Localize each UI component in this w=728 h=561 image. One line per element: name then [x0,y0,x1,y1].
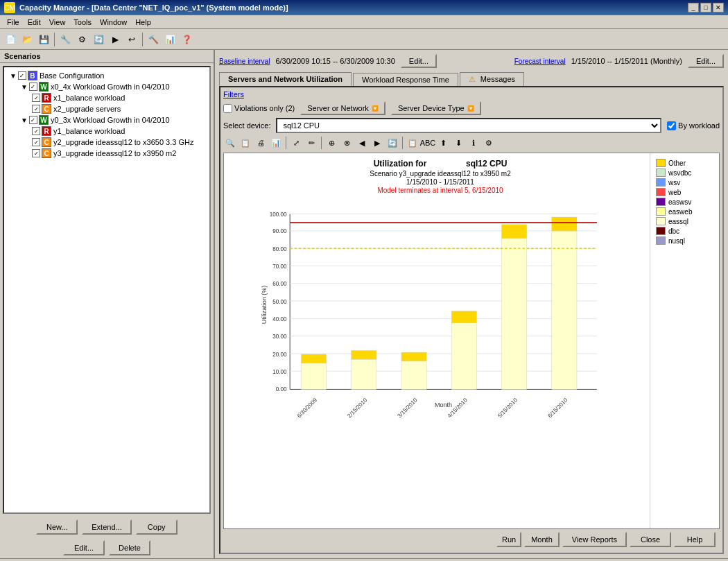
legend-label-wsvdbc: wsvdbc [668,169,691,177]
toolbar-btn3[interactable]: ⚙ [74,32,89,47]
chart-main: Utilization for sql12 CPU Scenario y3_up… [224,153,650,528]
cb-x2[interactable] [32,105,40,113]
minimize-button[interactable]: _ [688,3,699,12]
chart-tb-import[interactable]: ⬇ [451,136,465,150]
menu-bar: File Edit View Tools Window Help [0,15,728,29]
main-toolbar: 📄 📂 💾 🔧 ⚙ 🔄 ▶ ↩ 🔨 📊 ❓ [0,29,728,50]
delete-button[interactable]: Delete [109,540,150,555]
toolbar-new[interactable]: 📄 [3,32,18,47]
chart-tb-fwd[interactable]: ▶ [370,136,384,150]
copy-button[interactable]: Copy [136,519,177,535]
chart-tb-refresh[interactable]: 🔄 [385,136,399,150]
chart-tb-zoom[interactable]: 🔍 [223,136,237,150]
cb-y0[interactable] [29,116,37,124]
toolbar-btn5[interactable]: ▶ [107,32,123,47]
chart-tb-export[interactable]: ⬆ [436,136,450,150]
help-button-footer[interactable]: Help [674,532,716,547]
chart-tb-nav2[interactable]: ⊗ [340,136,354,150]
violations-check[interactable]: Violations only (2) [223,104,295,113]
svg-text:100.00: 100.00 [270,212,287,218]
by-workload-checkbox[interactable] [667,121,676,130]
view-reports-button[interactable]: View Reports [562,532,627,547]
toolbar-settings[interactable]: 🔨 [146,32,161,47]
cb-y1[interactable] [32,127,40,135]
baseline-edit-button[interactable]: Edit... [401,54,437,68]
server-or-network-dropdown[interactable]: Server or Network 🔽 [300,101,385,115]
menu-view[interactable]: View [45,17,70,28]
toolbar-btn4[interactable]: 🔄 [91,32,106,47]
forecast-label[interactable]: Forecast interval [514,58,566,65]
svg-text:50.00: 50.00 [272,299,287,305]
toolbar-open[interactable]: 📂 [19,32,35,47]
filter-controls: Violations only (2) Server or Network 🔽 … [223,101,720,115]
cb-base[interactable] [18,71,26,80]
chart-tb-copy[interactable]: 📋 [239,136,252,150]
tree-y1[interactable]: R y1_balance workload [7,126,207,137]
scenario-tree[interactable]: ▼ B Base Configuration ▼ W x0_4x Workloa… [3,66,211,514]
chart-tb-print[interactable]: 🖨 [254,136,268,150]
chart-tb-info[interactable]: ℹ [467,136,480,150]
tree-x1[interactable]: R x1_balance workload [7,92,207,103]
legend-label-nusql: nusql [668,237,685,245]
menu-tools[interactable]: Tools [69,17,96,28]
chart-tb-pen[interactable]: ✏ [304,136,318,150]
toolbar-help[interactable]: ❓ [179,32,194,47]
toolbar-btn6[interactable]: ↩ [124,32,139,47]
by-workload-check[interactable]: By workload [667,121,720,130]
chart-tb-resize[interactable]: ⤢ [289,136,303,150]
edit-button[interactable]: Edit... [63,540,105,555]
cb-x0[interactable] [29,83,37,91]
svg-rect-24 [301,363,326,390]
toolbar-report[interactable]: 📊 [162,32,177,47]
toolbar-save[interactable]: 💾 [36,32,51,47]
tree-base[interactable]: ▼ B Base Configuration [7,70,207,81]
chart-tb-table[interactable]: 📋 [406,136,419,150]
tab-workload-response[interactable]: Workload Response Time [353,73,458,86]
chart-warning: Model terminates at interval 5, 6/15/201… [259,187,622,194]
run-button[interactable]: Run [496,532,521,547]
icon-x0: W [39,82,49,92]
legend-label-easwsv: easwsv [668,198,691,206]
violations-checkbox[interactable] [223,104,232,113]
chart-tb-abc[interactable]: ABC [421,136,435,150]
tab-servers-network[interactable]: Servers and Network Utilization [219,72,352,86]
cb-y3[interactable] [32,149,40,157]
close-button[interactable]: ✕ [713,3,724,12]
chart-tb-nav1[interactable]: ⊕ [324,136,338,150]
forecast-edit-button[interactable]: Edit... [688,54,724,68]
tab-messages[interactable]: ⚠ Messages [460,72,524,86]
filters-label[interactable]: Filters [223,90,244,98]
chart-tb-bar[interactable]: 📊 [269,136,283,150]
tree-x0[interactable]: ▼ W x0_4x Workload Growth in 04/2010 [7,81,207,92]
chart-tb-back[interactable]: ◀ [355,136,369,150]
extend-button[interactable]: Extend... [82,519,131,535]
baseline-label[interactable]: Baseline interval [219,58,270,65]
tree-x2[interactable]: C x2_upgrade servers [7,103,207,114]
month-button[interactable]: Month [524,532,560,547]
menu-help[interactable]: Help [131,17,155,28]
select-device-label: Select device: [223,121,270,130]
legend-label-wsv: wsv [668,179,680,187]
server-device-type-dropdown[interactable]: Server Device Type 🔽 [391,101,481,115]
svg-rect-30 [451,323,476,390]
chart-date-range: 1/15/2010 - 1/15/2011 [259,178,622,186]
server-device-type-label: Server Device Type [398,104,465,112]
svg-text:10.00: 10.00 [272,369,287,375]
cb-y2[interactable] [32,138,40,146]
restore-button[interactable]: □ [700,3,711,12]
chart-tb-settings2[interactable]: ⚙ [482,136,496,150]
tree-y3[interactable]: C y3_upgrade ideassql12 to x3950 m2 [7,148,207,159]
toolbar-btn2[interactable]: 🔧 [58,32,73,47]
cb-x1[interactable] [32,94,40,102]
menu-window[interactable]: Window [96,17,131,28]
tree-y0[interactable]: ▼ W y0_3x Workload Growth in 04/2010 [7,114,207,126]
icon-y1: R [42,126,51,136]
new-button[interactable]: New... [36,519,78,535]
menu-edit[interactable]: Edit [24,17,45,28]
menu-file[interactable]: File [3,17,24,28]
close-button-footer[interactable]: Close [630,532,671,547]
tree-y2[interactable]: C y2_upgrade ideassql12 to x3650 3.3 GHz [7,137,207,148]
forecast-value: 1/15/2010 -- 1/15/2011 (Monthly) [571,57,682,65]
svg-rect-29 [401,352,426,361]
device-select[interactable]: sql12 CPU [276,118,661,133]
